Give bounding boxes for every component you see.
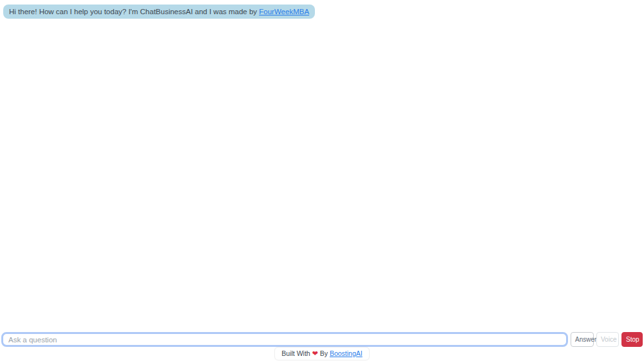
heart-icon: ❤ bbox=[312, 349, 318, 357]
fourweekmba-link[interactable]: FourWeekMBA bbox=[259, 8, 309, 15]
footer-badge: Built With ❤ By BoostingAI bbox=[274, 347, 369, 360]
answer-button[interactable]: Answer bbox=[571, 332, 594, 347]
boostingai-link[interactable]: BoostingAI bbox=[330, 349, 363, 357]
by-text: By bbox=[320, 349, 328, 357]
built-with-text: Built With bbox=[281, 349, 310, 357]
question-input[interactable] bbox=[1, 332, 568, 347]
bot-message-text: Hi there! How can I help you today? I'm … bbox=[9, 8, 259, 15]
footer: Built With ❤ By BoostingAI bbox=[0, 347, 644, 360]
bot-message-bubble: Hi there! How can I help you today? I'm … bbox=[3, 5, 315, 19]
voice-button[interactable]: Voice bbox=[596, 332, 619, 347]
stop-button[interactable]: Stop bbox=[621, 332, 643, 347]
composer-bar: Answer Voice Stop bbox=[1, 332, 643, 347]
messages-area: Hi there! How can I help you today? I'm … bbox=[0, 0, 644, 19]
